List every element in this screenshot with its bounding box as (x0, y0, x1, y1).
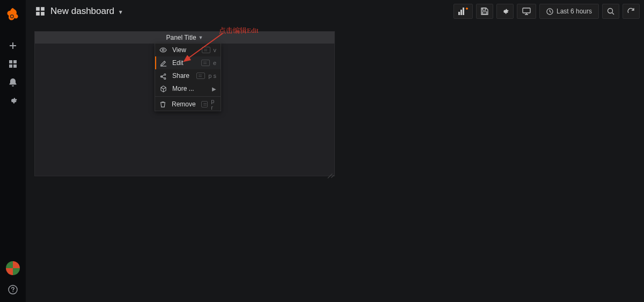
top-nav: New dashboard ▼ Last 6 hours (26, 0, 644, 23)
dashboards-icon[interactable] (0, 55, 26, 73)
shortcut: p r (211, 98, 216, 111)
panel-menu-edit[interactable]: Edit e (155, 56, 221, 69)
svg-rect-15 (482, 12, 487, 14)
grafana-logo[interactable] (5, 6, 21, 23)
menu-label: Share (172, 72, 191, 80)
svg-point-19 (162, 49, 164, 51)
alerting-icon[interactable] (0, 73, 26, 91)
sidebar (0, 0, 26, 302)
cube-icon (159, 85, 167, 92)
svg-point-6 (12, 291, 13, 292)
keyboard-icon (202, 47, 210, 53)
svg-point-21 (164, 74, 165, 75)
svg-rect-7 (36, 7, 40, 11)
dashboard-title-text: New dashboard (50, 6, 114, 16)
svg-point-22 (164, 77, 165, 79)
menu-label: Remove (172, 100, 196, 108)
svg-rect-13 (463, 8, 464, 15)
help-icon[interactable] (0, 281, 26, 299)
menu-label: Edit (172, 59, 196, 67)
shortcut: v (214, 47, 217, 53)
refresh-button[interactable] (623, 4, 640, 19)
chevron-down-icon: ▼ (199, 35, 203, 40)
save-dashboard-button[interactable] (476, 4, 493, 19)
svg-rect-1 (9, 60, 12, 63)
cycle-view-mode-button[interactable] (517, 4, 536, 19)
panel-title-bar[interactable]: Panel Title ▼ (35, 32, 334, 44)
share-icon (159, 73, 167, 80)
svg-rect-14 (482, 8, 486, 10)
time-range-picker[interactable]: Last 6 hours (539, 4, 599, 19)
panel-resize-handle[interactable] (327, 168, 333, 175)
shortcut: p s (208, 73, 216, 79)
svg-rect-10 (41, 12, 45, 16)
eye-icon (159, 46, 167, 54)
svg-rect-4 (13, 64, 17, 68)
svg-rect-12 (460, 10, 462, 15)
panel-menu-share[interactable]: Share p s (155, 69, 221, 82)
svg-rect-2 (13, 60, 17, 63)
menu-label: More ... (172, 85, 207, 92)
time-range-label: Last 6 hours (557, 8, 592, 15)
svg-point-18 (608, 9, 613, 13)
svg-rect-8 (41, 7, 45, 11)
panel-menu-view[interactable]: View v (155, 44, 221, 56)
dashboard-title[interactable]: New dashboard ▼ (50, 6, 123, 17)
create-icon[interactable] (0, 37, 26, 55)
panel-title: Panel Title (166, 34, 196, 41)
keyboard-icon (201, 60, 210, 66)
menu-divider (155, 96, 221, 97)
svg-point-20 (160, 75, 162, 77)
trash-icon (159, 101, 166, 108)
dashboard-settings-button[interactable] (496, 4, 514, 19)
svg-rect-11 (458, 12, 460, 15)
dropdown-caret-icon: ▼ (118, 9, 123, 15)
panel-menu-remove[interactable]: Remove p r (155, 98, 221, 111)
panel-menu: View v Edit e Share p s More ... ▶ Remov… (155, 43, 221, 111)
user-avatar[interactable] (6, 261, 20, 275)
chevron-right-icon: ▶ (212, 86, 216, 92)
panel-menu-more[interactable]: More ... ▶ (155, 82, 221, 95)
shortcut: e (213, 60, 216, 66)
svg-rect-16 (523, 8, 530, 13)
keyboard-icon (196, 73, 205, 79)
keyboard-icon (201, 101, 208, 107)
zoom-out-button[interactable] (602, 4, 619, 19)
dashboards-icon[interactable] (35, 6, 45, 16)
edit-icon (159, 60, 167, 67)
svg-rect-3 (9, 64, 12, 68)
svg-rect-9 (36, 12, 40, 16)
menu-label: View (172, 46, 196, 54)
add-panel-button[interactable] (453, 4, 473, 19)
configuration-icon[interactable] (0, 91, 26, 110)
